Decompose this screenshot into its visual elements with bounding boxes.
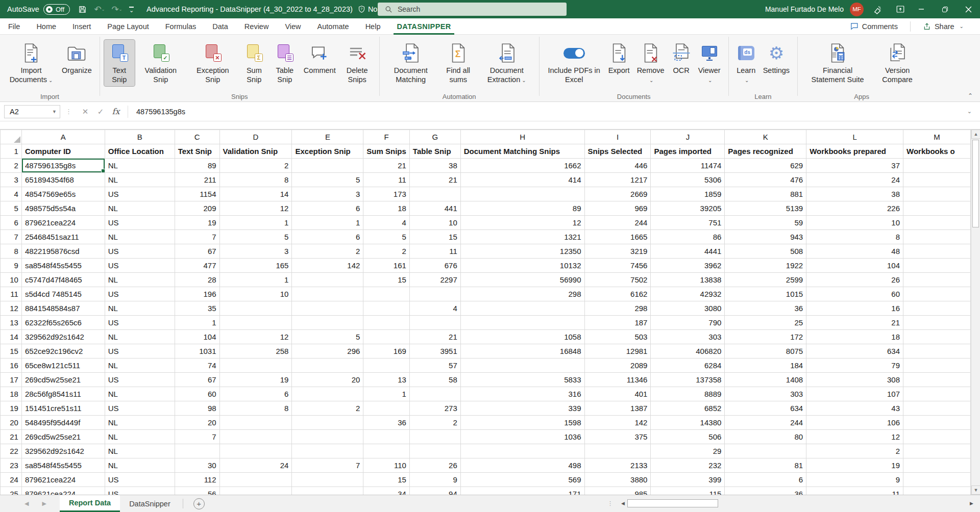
- cell[interactable]: [409, 187, 460, 201]
- cell[interactable]: [409, 430, 460, 444]
- cell[interactable]: [903, 416, 971, 430]
- cell[interactable]: 56990: [460, 273, 584, 287]
- header-cell[interactable]: Validation Snip: [219, 144, 292, 159]
- cell[interactable]: 1154: [175, 187, 219, 201]
- row-header-6[interactable]: 6: [1, 216, 22, 230]
- comments-button[interactable]: Comments: [845, 20, 903, 32]
- scroll-right-icon[interactable]: ▶: [967, 499, 976, 508]
- cell[interactable]: [409, 444, 460, 458]
- cell[interactable]: 9: [409, 473, 460, 487]
- cell[interactable]: 1: [219, 273, 292, 287]
- cell[interactable]: 36: [725, 301, 806, 316]
- cell[interactable]: [903, 244, 971, 259]
- cell[interactable]: [903, 230, 971, 244]
- header-cell[interactable]: Pages recognized: [725, 144, 806, 159]
- share-button[interactable]: Share ⌄: [918, 21, 969, 32]
- cell[interactable]: 548495f95d449f: [21, 416, 105, 430]
- cell[interactable]: 2133: [584, 458, 651, 473]
- row-header-9[interactable]: 9: [1, 259, 22, 273]
- cell[interactable]: 59: [725, 216, 806, 230]
- cell[interactable]: [175, 444, 219, 458]
- ocr-button[interactable]: OCR: [668, 40, 695, 77]
- column-header-J[interactable]: J: [651, 130, 725, 144]
- cell[interactable]: 6852: [651, 401, 725, 416]
- cell[interactable]: [460, 316, 584, 330]
- cell[interactable]: 943: [725, 230, 806, 244]
- cell[interactable]: [292, 159, 363, 173]
- column-header-K[interactable]: K: [725, 130, 806, 144]
- cell[interactable]: [219, 430, 292, 444]
- scrollbar-resize-handle[interactable]: ⋮: [607, 500, 614, 507]
- cell[interactable]: 169: [363, 344, 410, 359]
- cell[interactable]: US: [105, 487, 175, 495]
- cell[interactable]: 414: [460, 173, 584, 187]
- tab-automate[interactable]: Automate: [309, 18, 357, 35]
- column-header-B[interactable]: B: [105, 130, 175, 144]
- cell[interactable]: 112: [175, 473, 219, 487]
- avatar[interactable]: MF: [850, 3, 864, 16]
- cell[interactable]: 62322f65s265c6: [21, 316, 105, 330]
- cell[interactable]: 79: [806, 359, 903, 373]
- cell[interactable]: 36: [725, 487, 806, 495]
- cell[interactable]: 165: [219, 259, 292, 273]
- expand-formula-bar-icon[interactable]: ⌄: [967, 108, 980, 115]
- cell[interactable]: [903, 316, 971, 330]
- cell[interactable]: [292, 430, 363, 444]
- cell[interactable]: 20: [175, 416, 219, 430]
- cell[interactable]: 107: [806, 387, 903, 401]
- cell[interactable]: 406820: [651, 344, 725, 359]
- cell[interactable]: 476: [725, 173, 806, 187]
- cell[interactable]: 14380: [651, 416, 725, 430]
- cell[interactable]: 21: [363, 159, 410, 173]
- cell[interactable]: 969: [584, 201, 651, 216]
- settings-button[interactable]: ⚙ Settings: [760, 40, 793, 77]
- cell[interactable]: 6: [725, 473, 806, 487]
- cell[interactable]: 6: [219, 387, 292, 401]
- cell[interactable]: 29: [651, 444, 725, 458]
- cell[interactable]: 3951: [409, 344, 460, 359]
- add-sheet-button[interactable]: +: [193, 498, 205, 509]
- cell[interactable]: 296: [292, 344, 363, 359]
- cell[interactable]: 19: [219, 373, 292, 387]
- cell[interactable]: 339: [460, 401, 584, 416]
- cell[interactable]: 21: [409, 330, 460, 344]
- cell[interactable]: 629: [725, 159, 806, 173]
- cell[interactable]: 48547569e65s: [21, 187, 105, 201]
- sheet-tab-datasnipper[interactable]: DataSnipper: [120, 495, 180, 512]
- cell[interactable]: [903, 430, 971, 444]
- cell[interactable]: 137358: [651, 373, 725, 387]
- row-header-1[interactable]: 1: [1, 144, 22, 159]
- cell[interactable]: 879621cea224: [21, 473, 105, 487]
- cell[interactable]: NL: [105, 330, 175, 344]
- learn-button[interactable]: ds Learn⌄: [733, 40, 760, 87]
- cell[interactable]: 104: [175, 330, 219, 344]
- whats-new-megaphone-icon[interactable]: [872, 4, 882, 14]
- cell[interactable]: 57: [409, 359, 460, 373]
- cell[interactable]: NL: [105, 159, 175, 173]
- cell[interactable]: 12350: [460, 244, 584, 259]
- cell[interactable]: 652ce92c196cv2: [21, 344, 105, 359]
- viewer-button[interactable]: Viewer⌄: [695, 40, 724, 87]
- cell[interactable]: 34: [363, 487, 410, 495]
- cell[interactable]: 2089: [584, 359, 651, 373]
- cell[interactable]: 329562d92s1642: [21, 330, 105, 344]
- cell[interactable]: [219, 359, 292, 373]
- cell[interactable]: 7502: [584, 273, 651, 287]
- cell[interactable]: 4441: [651, 244, 725, 259]
- cell[interactable]: 401: [584, 387, 651, 401]
- cell[interactable]: 211: [175, 173, 219, 187]
- cell[interactable]: 3: [219, 244, 292, 259]
- user-name[interactable]: Manuel Furtado De Melo: [765, 5, 844, 13]
- save-icon[interactable]: [77, 4, 87, 14]
- cell[interactable]: 172: [725, 330, 806, 344]
- export-button[interactable]: Export: [605, 40, 633, 77]
- cell[interactable]: 20: [292, 373, 363, 387]
- cell[interactable]: 60: [175, 387, 219, 401]
- cell[interactable]: [903, 287, 971, 301]
- cell[interactable]: 258: [219, 344, 292, 359]
- cell[interactable]: NL: [105, 301, 175, 316]
- text-snip-button[interactable]: T Text Snip: [104, 40, 135, 86]
- cell[interactable]: 14: [219, 187, 292, 201]
- cell[interactable]: [363, 287, 410, 301]
- cell[interactable]: 881: [725, 187, 806, 201]
